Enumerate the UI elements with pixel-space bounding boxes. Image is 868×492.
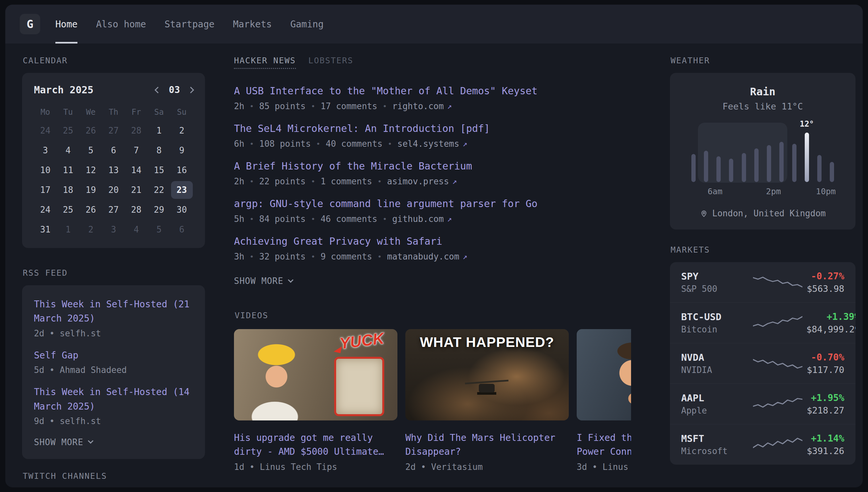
market-price: $84,999.29	[806, 324, 856, 335]
video-thumbnail[interactable]: WHAT HAPPENED?	[405, 329, 569, 420]
calendar-month-number: 03	[169, 84, 180, 95]
weather-hour-bar	[813, 126, 826, 182]
calendar-weekday-label: Mo	[34, 103, 57, 121]
news-item-source-link[interactable]: github.com ↗	[392, 214, 452, 224]
calendar-day: 19	[79, 180, 102, 200]
weather-bar	[704, 151, 708, 182]
weather-hour-bar	[725, 126, 737, 182]
bullet-separator: •	[249, 140, 254, 148]
calendar-day: 11	[57, 160, 79, 180]
news-item-title[interactable]: The SeL4 Microkernel: An Introduction [p…	[234, 122, 490, 136]
news-item-meta: 6h • 108 points • 40 comments • sel4.sys…	[234, 139, 631, 149]
calendar-weekday-label: Su	[170, 103, 193, 121]
news-item-title[interactable]: Achieving Great Privacy with Safari	[234, 235, 442, 248]
video-title-link[interactable]: Why Did The Mars Helicopter Disappear?	[405, 431, 569, 459]
calendar-weekday-label: Th	[102, 103, 125, 121]
calendar-prev-button[interactable]	[156, 88, 160, 92]
news-item-title[interactable]: argp: GNU-style command line argument pa…	[234, 197, 537, 211]
calendar-day: 26	[79, 121, 102, 141]
nav-tab[interactable]: Home	[55, 5, 77, 44]
calendar-day: 24	[34, 200, 57, 220]
news-item-age: 5h	[234, 214, 244, 224]
news-item-comments: 1 comments	[321, 176, 372, 186]
news-feed-tab[interactable]: LOBSTERS	[309, 55, 353, 66]
thumbnail-overlay-text: YUCK	[338, 329, 385, 352]
market-row[interactable]: NVDA NVIDIA -0.70% $117.70	[670, 343, 856, 384]
market-change: +1.14%	[806, 433, 844, 444]
market-row[interactable]: MSFT Microsoft +1.14% $391.26	[670, 424, 856, 465]
market-name: NVIDIA	[681, 365, 749, 375]
nav-tab[interactable]: Startpage	[164, 5, 214, 44]
market-identity: NVDA NVIDIA	[681, 352, 749, 375]
calendar-day: 29	[148, 200, 170, 220]
nav-tab[interactable]: Also home	[96, 5, 146, 44]
app-window: G Home Also home Startpage Markets Gamin…	[5, 5, 863, 487]
news-item-domain: matanabudy.com	[387, 252, 459, 262]
weather-bar	[817, 155, 821, 182]
calendar-day: 2	[170, 121, 193, 141]
weather-location-text: London, United Kingdom	[712, 208, 825, 218]
weather-hour-bar	[712, 126, 725, 182]
videos-carousel: YUCK His upgrade got me really dirty - A…	[234, 329, 631, 472]
news-show-more-button[interactable]: SHOW MORE	[234, 276, 631, 286]
news-feed-tab[interactable]: HACKER NEWS	[234, 55, 296, 69]
calendar-day: 3	[102, 220, 125, 239]
calendar-day: 20	[102, 180, 125, 200]
news-item-domain: righto.com	[392, 101, 444, 111]
market-values: -0.70% $117.70	[806, 352, 844, 375]
calendar-day: 30	[170, 200, 193, 220]
rss-item-title[interactable]: Self Gap	[34, 348, 193, 362]
bullet-separator: •	[311, 102, 315, 110]
news-item-comments: 40 comments	[325, 139, 382, 149]
calendar-weekday-label: We	[79, 103, 102, 121]
rss-item-title[interactable]: This Week in Self-Hosted (21 March 2025)	[34, 297, 193, 326]
nav-tab[interactable]: Gaming	[290, 5, 324, 44]
calendar-days-grid: 24 25 26 27 28 1 2 3	[34, 121, 193, 239]
chevron-down-icon	[88, 438, 93, 444]
video-title-link[interactable]: I Fixed the 5 Power Connect	[577, 431, 631, 459]
market-identity: MSFT Microsoft	[681, 433, 749, 456]
calendar-next-button[interactable]	[188, 88, 193, 92]
weather-bar	[742, 153, 746, 182]
center-column: HACKER NEWS LOBSTERS A USB Interface to …	[234, 55, 631, 487]
news-item-title[interactable]: A USB Interface to the "Mother of All De…	[234, 84, 537, 98]
market-sparkline	[753, 274, 803, 291]
bullet-separator: •	[249, 253, 254, 261]
top-navbar: G Home Also home Startpage Markets Gamin…	[5, 5, 863, 44]
news-item-meta: 3h • 32 points • 9 comments • matanabudy…	[234, 252, 631, 262]
news-item-source-link[interactable]: sel4.systems ↗	[397, 139, 467, 149]
rss-heading: RSS FEED	[23, 268, 205, 278]
calendar-day: 3	[34, 141, 57, 160]
market-row[interactable]: AAPL Apple +1.95% $218.27	[670, 384, 856, 424]
video-thumbnail[interactable]: DO T	[577, 329, 631, 420]
market-name: S&P 500	[681, 284, 749, 294]
weather-bar	[716, 156, 721, 182]
calendar-day: 16	[170, 160, 193, 180]
news-item-source-link[interactable]: righto.com ↗	[392, 101, 452, 111]
dashboard-content: CALENDAR March 2025 03 Mo Tu	[5, 44, 863, 487]
video-thumbnail[interactable]: YUCK	[234, 329, 397, 420]
news-item-source-link[interactable]: matanabudy.com ↗	[387, 252, 468, 262]
app-logo[interactable]: G	[20, 14, 40, 34]
market-values: +1.14% $391.26	[806, 433, 844, 456]
external-link-icon: ↗	[463, 252, 467, 261]
weather-time-label: 10pm	[816, 187, 836, 196]
rss-item: This Week in Self-Hosted (14 March 2025)…	[34, 385, 193, 426]
market-ticker: NVDA	[681, 352, 749, 363]
rss-item-title[interactable]: This Week in Self-Hosted (14 March 2025)	[34, 385, 193, 414]
weather-hour-bar	[788, 126, 800, 182]
nav-tab[interactable]: Markets	[233, 5, 272, 44]
news-item-source-link[interactable]: asimov.press ↗	[387, 176, 457, 186]
rss-show-more-button[interactable]: SHOW MORE	[34, 437, 193, 447]
market-change: -0.27%	[806, 271, 844, 281]
news-item-title[interactable]: A Brief History of the Miracle Bacterium	[234, 159, 472, 173]
video-title-link[interactable]: His upgrade got me really dirty - AMD $5…	[234, 431, 397, 459]
market-ticker: SPY	[681, 271, 749, 282]
right-column: WEATHER Rain Feels like 11°C	[670, 55, 856, 487]
market-row[interactable]: BTC-USD Bitcoin +1.39% $84,999.29	[670, 302, 856, 343]
news-item-domain: github.com	[392, 214, 444, 224]
weather-bar	[805, 132, 809, 182]
weather-location: London, United Kingdom	[682, 208, 844, 218]
market-row[interactable]: SPY S&P 500 -0.27% $563.98	[670, 262, 856, 302]
calendar-day: 23	[170, 180, 193, 200]
